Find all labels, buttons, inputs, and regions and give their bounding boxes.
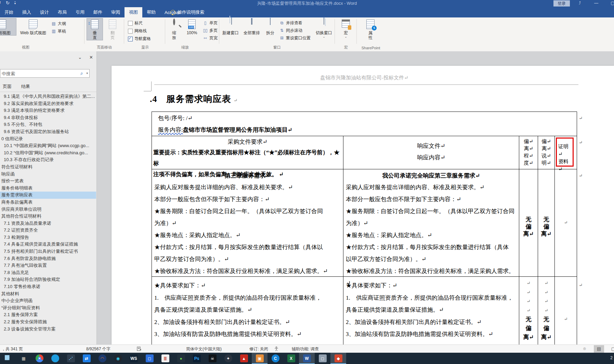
macros-button[interactable]: 宏 ⌄ — [338, 18, 354, 38]
ribbon-tab[interactable]: 布局 — [53, 7, 71, 17]
taskbar-app[interactable] — [0, 353, 16, 364]
zoom-small-button[interactable]: ⇿页宽 — [203, 35, 218, 41]
print-layout-button[interactable]: ▤ — [594, 345, 604, 353]
taskbar-app[interactable]: ◻ — [315, 353, 330, 364]
nav-heading-item[interactable]: 7.3 检测报告 — [0, 234, 96, 241]
nav-heading-item[interactable]: “评分细则”响应资料 — [0, 304, 96, 312]
nav-heading-item[interactable]: 7.7 具有油气回收装置 — [0, 262, 96, 269]
nav-heading-item[interactable]: 2.1 服务保障方案 — [0, 311, 96, 318]
nav-heading-item[interactable]: 服务价格明细表 — [0, 185, 96, 192]
nav-heading-item[interactable]: 9.4 非联合体投标 — [0, 114, 96, 121]
language-status[interactable]: 简体中文(中国大陆) — [186, 346, 222, 352]
switch-windows-button[interactable]: 切换窗口 ⌄ — [314, 18, 334, 38]
taskbar-app[interactable]: ▣ — [252, 353, 267, 364]
vertical-button[interactable]: ↕ 垂 直 — [87, 18, 103, 40]
nav-heading-item[interactable]: 供应商关联单位说明 — [0, 206, 96, 213]
zoom-100-button[interactable]: 100 100% — [183, 18, 201, 35]
taskbar-app[interactable]: ⋰ — [63, 353, 79, 364]
tell-me-search[interactable]: 操作说明搜索 — [170, 7, 204, 17]
nav-heading-item[interactable]: 其他符合性证明材料 — [0, 213, 96, 220]
ribbon-tab[interactable]: 帮助 — [142, 7, 160, 17]
nav-heading-item[interactable]: 响应函 — [0, 171, 96, 178]
minimize-button[interactable]: — — [591, 0, 601, 7]
nav-search-input[interactable]: 中搜索 ⌕ ▾ — [0, 69, 90, 78]
zoom-button[interactable]: 缩 放 — [166, 18, 182, 40]
ribbon-tab[interactable]: 邮件 — [89, 7, 107, 17]
window-small-button[interactable]: ⊞重设窗口位置 — [279, 35, 311, 41]
show-checkbox[interactable]: 标尺 — [128, 20, 151, 27]
side-to-side-button[interactable]: ←→ 翻 页 — [105, 18, 120, 40]
ribbon-tab[interactable]: 插入 — [18, 7, 36, 17]
nav-heading-item[interactable]: 中小企业声明函 — [0, 297, 96, 304]
show-checkbox[interactable]: 网格线 — [128, 27, 151, 35]
nav-heading-item[interactable]: 7.1 资质及油品质量承诺 — [0, 220, 96, 227]
taskbar-app[interactable]: C — [267, 353, 283, 364]
share-icon[interactable]: ⤴ — [575, 0, 585, 7]
nav-heading-item[interactable]: 报价一览表 — [0, 178, 96, 185]
taskbar-app[interactable]: ◉ — [110, 353, 126, 364]
nav-heading-item[interactable]: 服务需求响应表 — [0, 192, 96, 199]
properties-button[interactable]: S 属 性 — [362, 18, 379, 40]
accessibility-icon[interactable] — [274, 346, 279, 352]
nav-heading-item[interactable]: 商务条款偏离表 — [0, 199, 96, 206]
nav-heading-item[interactable]: 10.3 不存在行政处罚记录 — [0, 156, 96, 164]
search-icon[interactable]: ⌕ — [80, 70, 83, 76]
taskbar-app[interactable]: ⇄ — [79, 353, 94, 364]
nav-heading-item[interactable]: 9.6 资质证书及固定的加油服务站 — [0, 128, 96, 135]
nav-heading-item[interactable]: 0 信用记录 — [0, 135, 96, 143]
nav-heading-item[interactable]: 9.2 落实采购政策需满足的资格要求 — [0, 100, 96, 107]
nav-tab[interactable]: 结果 — [21, 83, 30, 90]
web-layout-button[interactable]: ▢ — [608, 345, 614, 353]
window-small-button[interactable]: ⇅同步滚动 — [279, 27, 311, 34]
nav-heading-item[interactable]: 9.1 满足《中华人民共和国政府采购法》第二... — [0, 93, 96, 100]
taskbar-app[interactable] — [31, 353, 47, 364]
nav-heading-item[interactable]: 2.2 服务安全保障措施 — [0, 318, 96, 326]
proofing-icon[interactable] — [137, 346, 142, 352]
nav-collapse-icon[interactable]: ⌄ — [78, 55, 82, 60]
taskbar-app[interactable]: X — [283, 353, 299, 364]
nav-heading-item[interactable]: 9.3 满足本项目的特定资格要求 — [0, 107, 96, 114]
ribbon-tab[interactable]: 视图 — [125, 7, 142, 17]
track-changes-status[interactable]: 修订: 关闭 — [249, 346, 268, 352]
nav-heading-item[interactable]: 10.1 “中国政府采购网”网站 (www.ccgp.go... — [0, 142, 96, 150]
window-small-button[interactable]: ⧉并排查看 — [279, 20, 311, 26]
nav-heading-item[interactable]: 7.4 具备正规供货渠道及质量保证措施 — [0, 241, 96, 248]
nav-heading-item[interactable]: 9.5 不分包、不转包 — [0, 121, 96, 128]
sign-in-button[interactable]: 登录 — [553, 0, 570, 6]
nav-heading-item[interactable]: 符合性证明材料 — [0, 164, 96, 171]
new-window-button[interactable]: 新建窗口 — [220, 18, 241, 35]
nav-heading-item[interactable]: 2.3 设备设施安全管理方案 — [0, 326, 96, 333]
taskbar-app[interactable]: ▦ — [16, 353, 31, 364]
taskbar-app[interactable]: ▲ — [236, 353, 252, 364]
view-small-button[interactable]: ▥草稿 — [51, 28, 66, 35]
ribbon-tab[interactable]: 设计 — [36, 7, 53, 17]
ribbon-tab[interactable]: 审阅 — [107, 7, 125, 17]
taskbar-app[interactable]: ◆ — [330, 353, 346, 364]
nav-heading-item[interactable]: 7.6 具有防雷及防静电措施 — [0, 255, 96, 262]
taskbar-clock[interactable]: 2 — [610, 355, 613, 360]
show-checkbox[interactable]: 导航窗格 — [128, 35, 151, 42]
taskbar-app[interactable]: ✦ — [220, 353, 236, 364]
taskbar-app[interactable] — [47, 353, 63, 364]
taskbar-app[interactable]: WS — [126, 353, 142, 364]
read-mode-button[interactable]: ⌾ — [579, 345, 590, 353]
nav-heading-item[interactable]: 7.8 油品充足 — [0, 269, 96, 276]
taskbar-app[interactable]: W — [299, 353, 315, 364]
word-count[interactable]: 8/92567 个字 — [86, 346, 110, 352]
nav-heading-item[interactable]: 7.9 加油站符合消防验收规定 — [0, 276, 96, 283]
page-count[interactable]: ，共 341 页 — [1, 346, 23, 352]
zoom-small-button[interactable]: ▯▯多页 — [203, 27, 218, 34]
nav-heading-item[interactable]: 10.2 “信用中国”网站 (www.creditchina.go... — [0, 150, 96, 157]
zoom-small-button[interactable]: ▯单页 — [203, 20, 218, 26]
nav-heading-item[interactable]: 其他材料 — [0, 290, 96, 298]
document-page[interactable]: 盘锦市兴隆加油站有限公司-投标文件↵ .4 服务需求响应表 ↵ 包号/序号: /… — [112, 66, 614, 344]
nav-heading-item[interactable]: 7.2 证照资质齐全 — [0, 227, 96, 234]
taskbar-app[interactable]: ● — [173, 353, 189, 364]
taskbar-app[interactable]: Ps — [189, 353, 205, 364]
document-canvas[interactable]: 盘锦市兴隆加油站有限公司-投标文件↵ .4 服务需求响应表 ↵ 包号/序号: /… — [97, 51, 614, 344]
taskbar-app[interactable]: ≣ — [157, 353, 173, 364]
nav-close-icon[interactable]: ✕ — [89, 55, 93, 60]
ribbon-tab[interactable]: 引用 — [71, 7, 89, 17]
maximize-button[interactable]: ▢ — [608, 0, 614, 7]
ribbon-tab[interactable]: 开始 — [0, 7, 18, 17]
